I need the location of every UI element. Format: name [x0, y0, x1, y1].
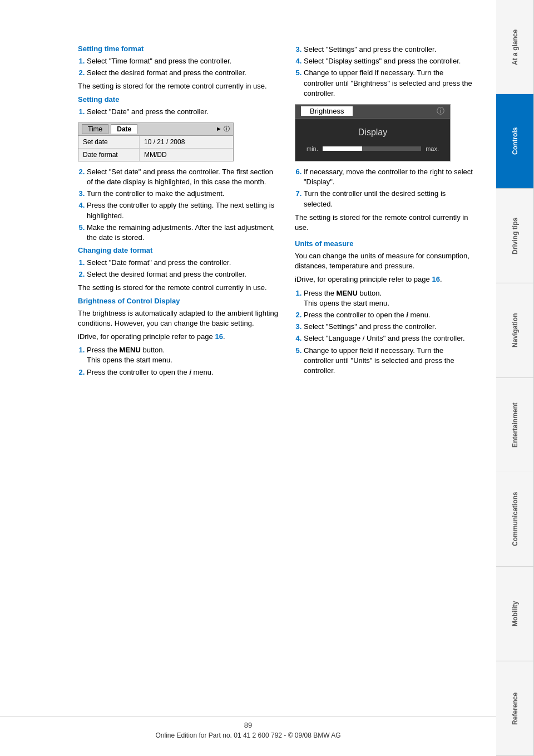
list-item: Select "Set date" and press the controll…: [87, 167, 278, 187]
units-steps: Press the MENU button.This opens the sta…: [295, 288, 473, 376]
list-item: Select "Language / Units" and press the …: [304, 333, 473, 343]
left-column: Setting time format Select "Time format"…: [78, 45, 278, 381]
changing-date-format-heading: Changing date format: [78, 246, 278, 254]
brightness-min-label: min.: [306, 145, 318, 152]
setting-date-steps1: Select "Date" and press the controller.: [78, 107, 278, 117]
list-item: Press the MENU button.This opens the sta…: [87, 345, 278, 365]
changing-date-format-section: Changing date format Select "Date format…: [78, 246, 278, 293]
brightness-slider: min. max.: [306, 145, 439, 152]
brightness-max-label: max.: [426, 145, 439, 152]
brightness-description: The brightness is automatically adapted …: [78, 308, 278, 328]
brightness-bar: [323, 146, 421, 151]
list-item: Select "Settings" and press the controll…: [304, 322, 473, 332]
page-number: 89: [0, 721, 496, 729]
list-item: Turn the controller to make the adjustme…: [87, 189, 278, 199]
date-format-value: MM/DD: [140, 149, 171, 161]
setting-time-format-section: Setting time format Select "Time format"…: [78, 45, 278, 92]
display-label: Display: [306, 127, 439, 138]
setting-date-section: Setting date Select "Date" and press the…: [78, 95, 278, 243]
sidebar-tab-mobility[interactable]: Mobility: [496, 567, 534, 661]
list-item: Select the desired format and press the …: [87, 68, 278, 78]
date-table-body: Set date 10 / 21 / 2008 Date format MM/D…: [78, 136, 233, 161]
setting-time-format-note: The setting is stored for the remote con…: [78, 81, 278, 91]
brightness-idrive-note: iDrive, for operating principle refer to…: [78, 332, 278, 342]
nav-arrow: ► ⓘ: [216, 125, 230, 133]
brightness-display-area: Display min. max.: [295, 119, 450, 161]
list-item: Select "Display settings" and press the …: [304, 56, 473, 66]
units-idrive-page-link[interactable]: 16: [432, 275, 439, 283]
table-row: Date format MM/DD: [78, 149, 233, 161]
footer-text: Online Edition for Part no. 01 41 2 600 …: [0, 732, 496, 739]
changing-date-format-note: The setting is stored for the remote con…: [78, 283, 278, 293]
sidebar-tab-communications[interactable]: Communications: [496, 472, 534, 567]
main-content: Setting time format Select "Time format"…: [0, 33, 495, 392]
menu-bold: MENU: [120, 346, 141, 354]
sidebar-tab-reference[interactable]: Reference: [496, 661, 534, 756]
list-item: Turn the controller until the desired se…: [304, 189, 473, 209]
setting-time-format-steps: Select "Time format" and press the contr…: [78, 56, 278, 78]
sidebar-tab-navigation[interactable]: Navigation: [496, 283, 534, 378]
list-item: Press the controller to apply the settin…: [87, 200, 278, 220]
date-ui-table: Time Date ► ⓘ Set date 10 / 21 / 2008 Da…: [78, 122, 234, 161]
units-i-symbol: i: [406, 311, 408, 319]
sidebar-tabs: At a glance Controls Driving tips Naviga…: [496, 0, 534, 756]
sidebar-tab-entertainment[interactable]: Entertainment: [496, 378, 534, 473]
setting-date-heading: Setting date: [78, 95, 278, 104]
time-tab[interactable]: Time: [82, 124, 108, 134]
sidebar-tab-at-a-glance[interactable]: At a glance: [496, 0, 534, 94]
info-icon: ⓘ: [437, 106, 444, 116]
set-date-label: Set date: [78, 136, 140, 148]
units-menu-bold: MENU: [337, 289, 358, 297]
brightness-steps: Press the MENU button.This opens the sta…: [78, 345, 278, 377]
units-description: You can change the units of measure for …: [295, 251, 473, 271]
brightness-heading: Brightness of Control Display: [78, 297, 278, 305]
list-item: Change to upper field if necessary. Turn…: [304, 68, 473, 99]
list-item: Select "Date format" and press the contr…: [87, 258, 278, 268]
setting-time-format-heading: Setting time format: [78, 45, 278, 53]
brightness-bar-fill: [323, 146, 362, 151]
list-item: Change to upper field if necessary. Turn…: [304, 346, 473, 376]
list-item: If necessary, move the controller to the…: [304, 167, 473, 187]
units-idrive-note: iDrive, for operating principle refer to…: [295, 274, 473, 284]
list-item: Press the MENU button.This opens the sta…: [304, 288, 473, 308]
setting-date-steps2: Select "Set date" and press the controll…: [78, 167, 278, 243]
units-section: Units of measure You can change the unit…: [295, 239, 473, 376]
units-heading: Units of measure: [295, 239, 473, 248]
table-row: Set date 10 / 21 / 2008: [78, 136, 233, 149]
right-column: Select "Settings" and press the controll…: [295, 45, 473, 381]
brightness-label-box: Brightness: [301, 106, 353, 116]
list-item: Press the controller to open the i menu.: [87, 367, 278, 377]
brightness-note: The setting is stored for the remote con…: [295, 213, 473, 233]
set-date-value: 10 / 21 / 2008: [140, 136, 189, 148]
date-tab[interactable]: Date: [111, 124, 137, 134]
list-item: Select "Date" and press the controller.: [87, 107, 278, 117]
brightness-title-bar: Brightness ⓘ: [295, 105, 450, 119]
list-item: Select "Time format" and press the contr…: [87, 56, 278, 66]
footer: 89 Online Edition for Part no. 01 41 2 6…: [0, 716, 496, 739]
date-table-header: Time Date ► ⓘ: [78, 123, 233, 136]
list-item: Make the remaining adjustments. After th…: [87, 223, 278, 243]
i-symbol: i: [189, 368, 191, 376]
sidebar-tab-driving-tips[interactable]: Driving tips: [496, 189, 534, 283]
sidebar-tab-controls[interactable]: Controls: [496, 94, 534, 189]
idrive-page-link[interactable]: 16: [215, 332, 222, 341]
list-item: Select "Settings" and press the controll…: [304, 45, 473, 55]
brightness-ui-image: Brightness ⓘ Display min. max.: [295, 104, 451, 161]
changing-date-format-steps: Select "Date format" and press the contr…: [78, 258, 278, 279]
right-steps-top: Select "Settings" and press the controll…: [295, 45, 473, 99]
brightness-section: Brightness of Control Display The bright…: [78, 297, 278, 377]
date-format-label: Date format: [78, 149, 140, 161]
list-item: Select the desired format and press the …: [87, 269, 278, 279]
right-steps-mid: If necessary, move the controller to the…: [295, 167, 473, 209]
list-item: Press the controller to open the i menu.: [304, 310, 473, 320]
